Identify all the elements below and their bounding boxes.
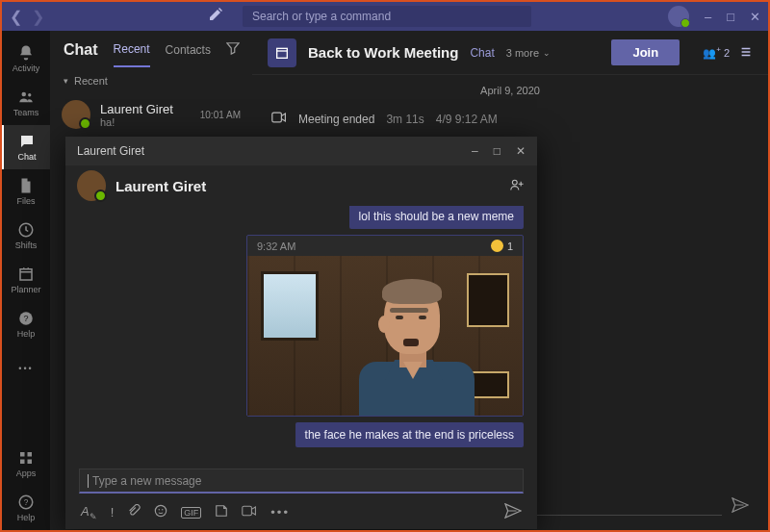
search-input[interactable]: Search or type a command [243, 6, 531, 27]
chat-row-time: 10:01 AM [200, 110, 241, 120]
new-message-icon[interactable] [208, 7, 223, 26]
filter-icon[interactable] [226, 41, 240, 59]
meeting-title: Back to Work Meeting [308, 44, 458, 61]
svg-point-16 [159, 509, 160, 510]
rail-teams-label: Teams [13, 108, 39, 117]
meeting-more-label: 3 more [506, 47, 539, 59]
list-icon[interactable] [739, 45, 753, 61]
meeting-duration: 3m 11s [386, 113, 424, 126]
nav-forward-icon[interactable]: ❯ [32, 8, 44, 26]
chevron-down-icon: ⌄ [543, 48, 551, 58]
attach-icon[interactable] [127, 504, 141, 520]
svg-rect-8 [20, 460, 25, 465]
popout-titlebar: Laurent Giret – □ ✕ [65, 137, 537, 165]
meeting-icon[interactable] [242, 505, 257, 519]
close-icon[interactable]: ✕ [750, 10, 760, 24]
sticker-icon[interactable] [215, 504, 228, 520]
meeting-more-tabs[interactable]: 3 more ⌄ [506, 47, 551, 59]
more-icon: ••• [18, 364, 33, 373]
svg-rect-18 [243, 506, 252, 516]
rail-apps[interactable]: Apps [2, 442, 50, 486]
date-divider: April 9, 2020 [252, 75, 768, 106]
meeting-header: Back to Work Meeting Chat 3 more ⌄ Join … [252, 31, 768, 75]
svg-text:?: ? [23, 314, 28, 323]
send-icon[interactable] [732, 497, 749, 517]
format-icon[interactable]: A✎ [81, 504, 97, 521]
avatar [77, 170, 106, 201]
video-icon [271, 112, 287, 126]
compose-toolbar: A✎ ! GIF ••• [65, 499, 537, 529]
message-bubble[interactable]: the face he makes at the end is priceles… [295, 422, 524, 447]
send-icon[interactable] [504, 503, 522, 521]
rail-more[interactable]: ••• [2, 346, 50, 391]
window-controls: – □ ✕ [705, 10, 760, 24]
maximize-icon[interactable]: □ [494, 144, 500, 158]
rail-planner[interactable]: Planner [2, 258, 50, 302]
urgent-icon[interactable]: ! [111, 505, 115, 519]
rail-activity[interactable]: Activity [2, 37, 50, 81]
rail-help-top-label: Help [17, 329, 36, 339]
laugh-emoji-icon [491, 240, 503, 252]
rail-files[interactable]: Files [2, 169, 50, 214]
add-people-icon[interactable] [510, 178, 526, 194]
participants-count: 2 [724, 47, 730, 59]
chat-row[interactable]: Laurent Giret ha! 10:01 AM [50, 92, 252, 137]
chat-row-name: Laurent Giret [100, 102, 191, 116]
svg-rect-13 [272, 113, 282, 122]
minimize-icon[interactable]: – [472, 144, 478, 158]
popout-chat-window: Laurent Giret – □ ✕ Laurent Giret lol th… [65, 137, 537, 529]
rail-chat-label: Chat [17, 152, 36, 162]
close-icon[interactable]: ✕ [516, 144, 526, 158]
message-time: 9:32 AM [257, 241, 295, 252]
popout-header-name: Laurent Giret [116, 178, 206, 194]
rail-shifts[interactable]: Shifts [2, 214, 50, 258]
section-recent[interactable]: ▾ Recent [50, 69, 252, 92]
message-bubble[interactable]: lol this should be a new meme [349, 206, 524, 229]
emoji-icon[interactable] [154, 504, 167, 520]
message-card-header: 9:32 AM 1 [247, 236, 523, 256]
title-bar: ❮ ❯ Search or type a command – □ ✕ [2, 2, 768, 31]
rail-files-label: Files [16, 196, 35, 206]
meeting-tab-chat[interactable]: Chat [470, 46, 494, 60]
svg-point-14 [512, 180, 517, 185]
svg-rect-3 [20, 269, 32, 280]
meeting-info-icons: 👥+ 2 [703, 45, 753, 61]
meeting-ended-label: Meeting ended [298, 113, 374, 126]
nav-back-icon[interactable]: ❮ [10, 8, 22, 26]
svg-point-0 [22, 92, 27, 97]
rail-chat[interactable]: Chat [2, 125, 50, 169]
nav-back-forward: ❮ ❯ [10, 8, 44, 26]
rail-planner-label: Planner [11, 285, 40, 294]
minimize-icon[interactable]: – [705, 10, 711, 24]
rail-help[interactable]: ? Help [2, 486, 50, 530]
message-image[interactable] [247, 256, 523, 416]
svg-text:?: ? [24, 498, 29, 507]
section-recent-label: Recent [74, 75, 108, 87]
participants-icon[interactable]: 👥+ 2 [703, 45, 730, 60]
svg-point-1 [28, 93, 31, 96]
svg-point-15 [156, 505, 167, 516]
profile-avatar[interactable] [668, 6, 689, 27]
left-rail: Activity Teams Chat Files Shifts Planner… [2, 31, 50, 530]
rail-activity-label: Activity [13, 63, 40, 73]
rail-teams[interactable]: Teams [2, 81, 50, 125]
message-reaction[interactable]: 1 [491, 240, 513, 252]
avatar [62, 100, 90, 129]
svg-rect-12 [277, 48, 288, 58]
tab-contacts[interactable]: Contacts [166, 43, 211, 66]
maximize-icon[interactable]: □ [727, 10, 734, 24]
rail-help-top[interactable]: ? Help [2, 302, 50, 346]
tab-recent[interactable]: Recent [114, 42, 150, 67]
gif-icon[interactable]: GIF [181, 507, 201, 519]
popout-window-title: Laurent Giret [77, 144, 144, 158]
reaction-count: 1 [507, 241, 513, 252]
compose-input[interactable]: Type a new message [79, 469, 524, 494]
more-icon[interactable]: ••• [270, 505, 290, 519]
svg-rect-6 [20, 452, 25, 457]
chat-row-preview: ha! [100, 116, 191, 128]
message-image-card[interactable]: 9:32 AM 1 [246, 235, 524, 417]
join-button[interactable]: Join [611, 39, 680, 65]
popout-header: Laurent Giret [65, 165, 537, 206]
svg-point-17 [162, 509, 163, 510]
rail-apps-label: Apps [16, 469, 37, 478]
